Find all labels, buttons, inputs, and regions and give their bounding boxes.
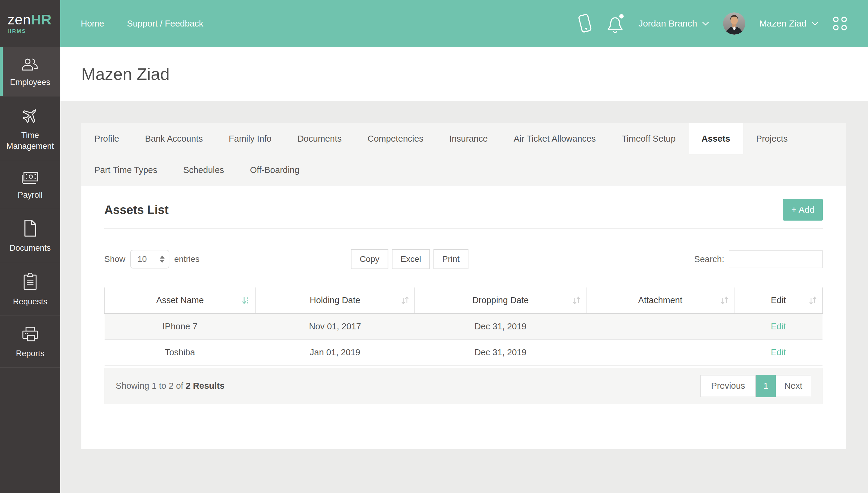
results-summary: Showing 1 to 2 of 2 Results: [116, 381, 224, 391]
cell-holding-date: Nov 01, 2017: [255, 314, 415, 339]
previous-page-button[interactable]: Previous: [700, 375, 756, 397]
page-number-button[interactable]: 1: [756, 375, 776, 397]
page-size-select[interactable]: 10: [130, 250, 169, 269]
cell-attachment: [586, 339, 734, 365]
show-label: Show: [104, 254, 125, 264]
top-navigation: Home Support / Feedback Jordan Branch: [60, 0, 868, 47]
tab-documents[interactable]: Documents: [284, 123, 355, 154]
sidebar: Employees Time Management Payroll D: [0, 47, 60, 493]
airplane-icon: [21, 106, 40, 125]
tab-insurance[interactable]: Insurance: [436, 123, 501, 154]
sidebar-item-time-management[interactable]: Time Management: [0, 97, 60, 160]
table-row: IPhone 7 Nov 01, 2017 Dec 31, 2019 Edit: [105, 314, 823, 339]
main-content: Mazen Ziad Profile Bank Accounts Family …: [60, 47, 868, 493]
branch-selector[interactable]: Jordan Branch: [638, 18, 709, 29]
page-title: Mazen Ziad: [81, 64, 170, 84]
brand-name: zenHR: [7, 13, 60, 26]
print-button[interactable]: Print: [433, 249, 468, 269]
section-title: Assets List: [104, 203, 169, 217]
tab-off-boarding[interactable]: Off-Boarding: [237, 154, 312, 186]
apps-grid-icon[interactable]: [832, 16, 847, 31]
sidebar-item-documents[interactable]: Documents: [0, 209, 60, 262]
sidebar-item-employees[interactable]: Employees: [0, 47, 60, 97]
employee-card: Profile Bank Accounts Family Info Docume…: [81, 123, 846, 449]
divider: [104, 229, 823, 229]
add-asset-button[interactable]: + Add: [783, 199, 823, 220]
tab-air-ticket-allowances[interactable]: Air Ticket Allowances: [501, 123, 608, 154]
table-footer: Showing 1 to 2 of 2 Results Previous 1 N…: [104, 368, 823, 404]
notifications-icon[interactable]: [606, 14, 625, 34]
chevron-down-icon: [702, 21, 709, 26]
sort-icon: [720, 295, 729, 305]
sort-active-icon: [241, 295, 250, 305]
tab-assets[interactable]: Assets: [689, 123, 743, 154]
sort-icon: [572, 295, 581, 305]
tab-timeoff-setup[interactable]: Timeoff Setup: [609, 123, 689, 154]
cell-dropping-date: Dec 31, 2019: [415, 314, 586, 339]
tab-competencies[interactable]: Competencies: [355, 123, 436, 154]
user-avatar[interactable]: [723, 12, 745, 35]
clipboard-icon: [22, 272, 39, 291]
excel-button[interactable]: Excel: [392, 249, 430, 269]
sort-icon: [808, 295, 817, 305]
column-header-edit[interactable]: Edit: [734, 287, 823, 314]
tab-part-time-types[interactable]: Part Time Types: [81, 154, 170, 186]
pagination: Previous 1 Next: [700, 375, 811, 397]
notification-badge: [620, 14, 624, 18]
cell-asset-name: Toshiba: [105, 339, 255, 365]
sort-icon: [400, 295, 410, 305]
sidebar-item-payroll[interactable]: Payroll: [0, 160, 60, 209]
printer-icon: [21, 325, 40, 343]
user-selector[interactable]: Mazen Ziad: [759, 18, 819, 29]
branch-name: Jordan Branch: [638, 18, 697, 29]
sidebar-item-requests[interactable]: Requests: [0, 262, 60, 316]
page-header: Mazen Ziad: [60, 47, 868, 101]
chevron-down-icon: [811, 21, 819, 26]
tab-schedules[interactable]: Schedules: [170, 154, 237, 186]
nav-home[interactable]: Home: [81, 19, 104, 29]
entries-label: entries: [174, 254, 199, 264]
column-header-attachment[interactable]: Attachment: [586, 287, 734, 314]
next-page-button[interactable]: Next: [776, 375, 811, 397]
assets-table: Asset Name Holding Date: [104, 287, 823, 366]
file-icon: [23, 219, 38, 237]
tab-profile[interactable]: Profile: [81, 123, 132, 154]
assets-panel: Assets List + Add Show 10 entries Copy: [81, 186, 846, 449]
table-row: Toshiba Jan 01, 2019 Dec 31, 2019 Edit: [105, 339, 823, 365]
cell-dropping-date: Dec 31, 2019: [415, 339, 586, 365]
banknote-icon: [21, 170, 40, 185]
search-input[interactable]: [729, 250, 823, 268]
edit-link[interactable]: Edit: [771, 347, 786, 357]
tabs-bar: Profile Bank Accounts Family Info Docume…: [81, 123, 846, 186]
copy-button[interactable]: Copy: [351, 249, 388, 269]
column-header-holding-date[interactable]: Holding Date: [255, 287, 415, 314]
column-header-dropping-date[interactable]: Dropping Date: [415, 287, 586, 314]
user-name: Mazen Ziad: [759, 18, 806, 29]
tab-bank-accounts[interactable]: Bank Accounts: [132, 123, 216, 154]
search-label: Search:: [694, 254, 724, 264]
page-size-value: 10: [137, 254, 147, 264]
nav-support-feedback[interactable]: Support / Feedback: [127, 19, 203, 29]
brand-subtitle: HRMS: [7, 28, 60, 34]
cell-holding-date: Jan 01, 2019: [255, 339, 415, 365]
cell-asset-name: IPhone 7: [105, 314, 255, 339]
column-header-asset-name[interactable]: Asset Name: [105, 287, 255, 314]
brand-logo[interactable]: zenHR HRMS: [0, 0, 60, 47]
edit-link[interactable]: Edit: [771, 322, 786, 331]
select-arrows-icon: [160, 251, 165, 268]
mobile-app-icon[interactable]: [578, 14, 592, 33]
tab-family-info[interactable]: Family Info: [216, 123, 284, 154]
users-icon: [21, 57, 39, 72]
cell-attachment: [586, 314, 734, 339]
sidebar-item-reports[interactable]: Reports: [0, 316, 60, 368]
topbar: zenHR HRMS Home Support / Feedback Jor: [0, 0, 868, 47]
table-controls: Show 10 entries Copy Excel Print Search:: [104, 249, 823, 270]
tab-projects[interactable]: Projects: [743, 123, 801, 154]
